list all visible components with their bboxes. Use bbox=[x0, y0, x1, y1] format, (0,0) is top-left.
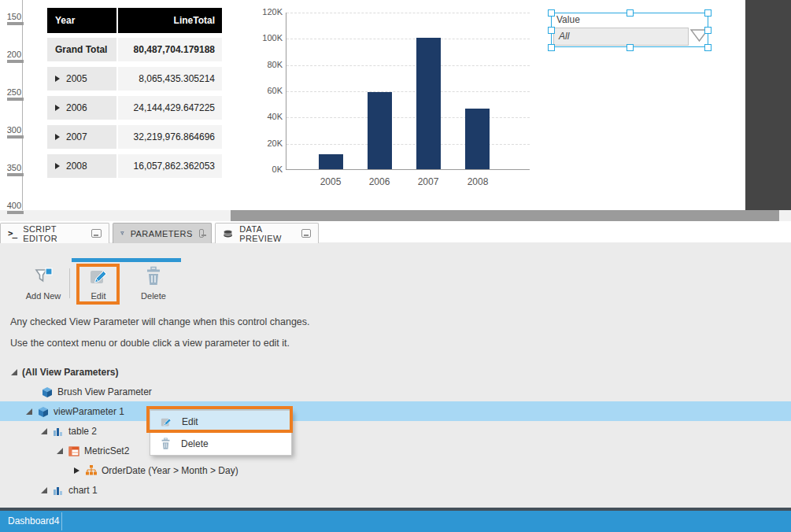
ruler-label: 250 bbox=[0, 87, 21, 97]
tree-item-label: viewParameter 1 bbox=[54, 406, 124, 417]
trash-icon bbox=[160, 438, 172, 450]
ruler-label: 300 bbox=[0, 125, 21, 135]
expand-triangle-icon[interactable] bbox=[55, 105, 60, 111]
selection-handle[interactable] bbox=[704, 27, 712, 34]
toolbar-button-label: Delete bbox=[141, 291, 166, 301]
ruler-tick bbox=[7, 22, 24, 25]
filter-control[interactable]: Value All bbox=[551, 13, 708, 47]
row-label: 2008 bbox=[47, 154, 116, 178]
tab-label: DATA PREVIEW bbox=[239, 224, 295, 243]
row-label-text: 2008 bbox=[66, 154, 87, 178]
tree-item-table-2[interactable]: table 2 bbox=[0, 421, 791, 441]
chart-bar[interactable] bbox=[465, 109, 490, 169]
dashboard-title[interactable]: Dashboard4 bbox=[8, 511, 59, 532]
metric-set-icon bbox=[68, 445, 80, 457]
selection-handle[interactable] bbox=[704, 9, 712, 17]
expand-triangle-icon[interactable] bbox=[55, 76, 60, 82]
row-label-text: 2007 bbox=[66, 125, 87, 149]
tree-item-orderdate-hierarchy[interactable]: OrderDate (Year > Month > Day) bbox=[0, 460, 791, 480]
expander-open-icon[interactable] bbox=[41, 428, 47, 434]
row-value: 24,144,429.647225 bbox=[118, 96, 222, 120]
statusbar-separator bbox=[61, 512, 62, 530]
selection-handle[interactable] bbox=[548, 9, 555, 17]
ruler-label: 200 bbox=[0, 50, 21, 59]
expander-open-icon[interactable] bbox=[41, 487, 47, 493]
tab-parameters[interactable]: PARAMETERS bbox=[113, 223, 212, 243]
script-editor-icon: >_ bbox=[8, 228, 17, 238]
selection-handle[interactable] bbox=[704, 44, 712, 51]
context-menu-item-label: Delete bbox=[181, 438, 209, 449]
scrollbar-thumb[interactable] bbox=[231, 210, 779, 221]
row-label: 2006 bbox=[47, 96, 116, 120]
ruler-label: 400 bbox=[0, 201, 21, 210]
tree-item-metricset2[interactable]: MetricSet2 bbox=[0, 441, 791, 460]
tree-item-chart-1[interactable]: chart 1 bbox=[0, 480, 791, 500]
funnel-icon bbox=[120, 228, 124, 238]
expand-triangle-icon[interactable] bbox=[55, 134, 60, 140]
status-bar: Dashboard4 bbox=[0, 511, 791, 532]
popout-window-icon[interactable] bbox=[91, 229, 102, 238]
tree-item-label: OrderDate (Year > Month > Day) bbox=[102, 465, 238, 476]
table-row[interactable]: 2005 8,065,435.305214 bbox=[47, 67, 222, 91]
expander-open-icon[interactable] bbox=[57, 448, 63, 454]
add-funnel-icon bbox=[33, 266, 54, 286]
expander-open-icon[interactable] bbox=[26, 408, 32, 415]
row-label-text: 2005 bbox=[66, 67, 87, 91]
tab-script-editor[interactable]: >_ SCRIPT EDITOR bbox=[0, 223, 109, 243]
popout-window-icon[interactable] bbox=[301, 229, 311, 238]
tab-data-preview[interactable]: DATA PREVIEW bbox=[215, 223, 319, 243]
x-axis-label: 2007 bbox=[411, 176, 445, 187]
row-label: 2007 bbox=[47, 125, 116, 149]
ruler-label: 150 bbox=[0, 12, 21, 21]
delete-button[interactable]: Delete bbox=[132, 266, 175, 301]
selection-handle[interactable] bbox=[548, 44, 555, 51]
tree-item-label: table 2 bbox=[68, 426, 97, 437]
x-axis-label: 2005 bbox=[313, 176, 348, 187]
tree-item-label: (All View Parameters) bbox=[22, 367, 119, 378]
y-axis-tick: 80K bbox=[261, 60, 283, 69]
y-axis-tick: 120K bbox=[261, 7, 283, 17]
column-header-linetotal[interactable]: LineTotal bbox=[118, 8, 222, 33]
chart-bars bbox=[286, 13, 530, 169]
table-row[interactable]: Grand Total 80,487,704.179188 bbox=[47, 38, 222, 61]
chart-bar[interactable] bbox=[416, 38, 441, 169]
selection-handle[interactable] bbox=[548, 27, 555, 34]
x-axis-label: 2006 bbox=[362, 176, 397, 187]
context-menu-item-delete[interactable]: Delete bbox=[150, 433, 291, 455]
popout-window-icon[interactable] bbox=[199, 229, 204, 238]
table-row[interactable]: 2007 32,219,976.864696 bbox=[47, 125, 222, 149]
filter-dropdown-input[interactable]: All bbox=[553, 28, 689, 46]
y-axis-tick: 40K bbox=[261, 112, 283, 121]
tree-item-brush-view-parameter[interactable]: Brush View Parameter bbox=[0, 382, 791, 401]
chart-bar[interactable] bbox=[368, 92, 392, 169]
tab-label: PARAMETERS bbox=[131, 229, 193, 238]
expander-closed-icon[interactable] bbox=[74, 467, 79, 474]
ruler-tick bbox=[7, 135, 24, 139]
chart-bar[interactable] bbox=[319, 154, 343, 169]
dashboard-designer-window: 150 200 250 300 350 400 Year LineTotal G… bbox=[0, 0, 791, 532]
selection-handle[interactable] bbox=[627, 9, 634, 17]
row-value: 8,065,435.305214 bbox=[118, 67, 222, 91]
row-label-text: 2006 bbox=[66, 96, 87, 120]
row-value: 80,487,704.179188 bbox=[118, 38, 222, 61]
expand-triangle-icon[interactable] bbox=[55, 163, 60, 169]
ruler-tick bbox=[7, 60, 24, 63]
y-axis-tick: 20K bbox=[261, 139, 283, 148]
row-label: Grand Total bbox=[47, 38, 116, 61]
table-header-row: Year LineTotal bbox=[47, 8, 222, 33]
bar-chart-visual[interactable]: 120K 100K 80K 60K 40K 20K 0K 2005 2006 2… bbox=[261, 5, 534, 195]
expander-open-icon[interactable] bbox=[11, 369, 17, 375]
instruction-text: Use the context menu or double click a v… bbox=[10, 338, 290, 349]
horizontal-scrollbar[interactable] bbox=[0, 210, 791, 221]
table-row[interactable]: 2008 16,057,862.362053 bbox=[47, 154, 222, 178]
annotation-box-edit-menu bbox=[146, 406, 293, 433]
tree-item-all-view-parameters[interactable]: (All View Parameters) bbox=[0, 362, 791, 382]
column-header-year[interactable]: Year bbox=[47, 8, 116, 33]
y-axis-tick: 60K bbox=[261, 86, 283, 95]
bar-chart-icon bbox=[52, 425, 65, 438]
add-new-button[interactable]: Add New bbox=[21, 266, 65, 301]
table-row[interactable]: 2006 24,144,429.647225 bbox=[47, 96, 222, 120]
y-axis-tick: 0K bbox=[261, 164, 283, 174]
tree-item-viewparameter-1[interactable]: viewParameter 1 bbox=[0, 401, 791, 421]
selection-handle[interactable] bbox=[627, 44, 634, 51]
